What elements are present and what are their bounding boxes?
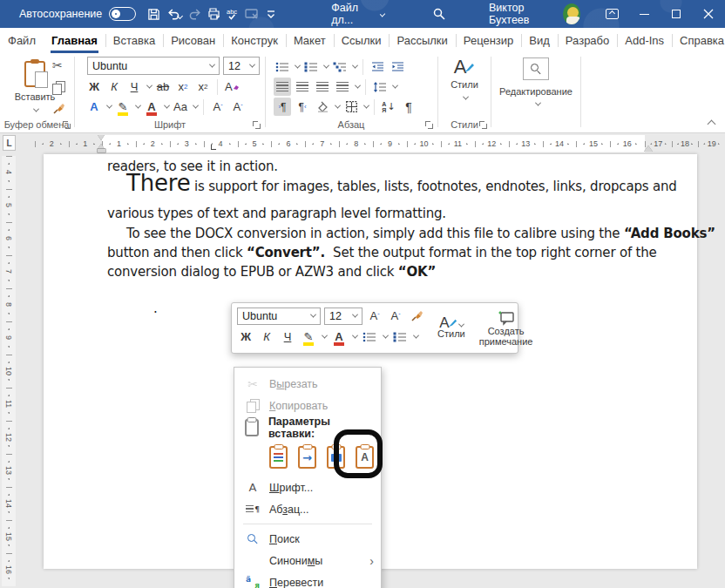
tab-help[interactable]: Справка [672,28,725,53]
mini-font-color-dropdown-icon[interactable] [352,333,358,339]
sort-button[interactable]: АЯ↓ [380,98,397,116]
text-effects-button[interactable]: А [85,98,103,116]
align-center-button[interactable] [294,78,311,96]
justify-dropdown-icon[interactable] [355,83,361,89]
mini-numbered-list-button[interactable] [391,328,409,346]
mini-styles-button[interactable]: СтилиА Стили [432,303,471,353]
autosave-toggle[interactable] [109,7,136,21]
decrease-indent-button[interactable] [369,57,386,76]
tab-review[interactable]: Рецензир [456,28,522,53]
tab-addins[interactable]: Add-Ins [617,28,672,53]
ribbon-display-options-button[interactable] [596,0,628,28]
paste-button[interactable]: Вставить [12,57,58,115]
quick-print-button[interactable] [205,0,224,28]
clipboard-dialog-launcher[interactable] [62,120,71,129]
tab-view[interactable]: Вид [521,28,558,53]
italic-button[interactable]: К [105,78,123,96]
grow-font-button[interactable]: Аˆ [209,98,227,116]
tab-selector-button[interactable]: L [3,135,16,151]
document-title[interactable]: Файл дл... [331,2,384,26]
highlight-dropdown-icon[interactable] [135,103,141,109]
tab-draw[interactable]: Рисован [163,28,223,53]
paste-keep-source-formatting-button[interactable] [269,446,288,469]
strikethrough-button[interactable]: ab [154,78,172,96]
tab-insert[interactable]: Вставка [105,28,163,53]
change-case-dropdown-icon[interactable] [193,103,199,109]
rtl-paragraph-button[interactable]: ¶‹ [294,98,311,116]
mini-highlight-button[interactable]: ✎ [300,328,317,346]
mini-bold-button[interactable]: Ж [237,328,254,346]
tab-mailings[interactable]: Рассылки [389,28,455,53]
multilevel-list-button[interactable] [331,57,349,76]
editing-dropdown-icon[interactable] [535,100,541,106]
mini-font-color-button[interactable]: А [330,328,348,346]
numbered-dropdown-icon[interactable] [323,63,329,69]
vertical-ruler[interactable]: 45678910111213141516 [2,156,16,586]
tab-stop-marker[interactable] [211,145,216,150]
tab-design[interactable]: Конструк [223,28,286,53]
bullet-list-button[interactable] [274,57,291,76]
mini-font-name-combobox[interactable]: Ubuntu [237,308,321,325]
collapse-ribbon-icon[interactable] [708,120,716,129]
close-button[interactable] [693,0,725,28]
customize-qat-button[interactable] [261,0,281,28]
highlight-color-button[interactable]: ✎ [114,98,132,116]
editing-search-button[interactable] [523,57,549,80]
spelling-grammar-button[interactable]: abc [224,0,243,28]
bold-button[interactable]: Ж [85,78,103,96]
mini-underline-button[interactable]: Ч [279,328,296,346]
borders-button[interactable] [342,98,360,116]
subscript-button[interactable]: x2 [174,78,192,96]
tab-file[interactable]: Файл [0,28,44,53]
ltr-paragraph-button[interactable]: ›¶ [274,98,291,116]
show-paragraph-marks-button[interactable]: ¶ [400,98,417,116]
underline-button[interactable]: Ч [125,78,143,96]
superscript-button[interactable]: x2 [194,78,212,96]
shrink-font-button[interactable]: Аˇ [229,98,247,116]
align-right-button[interactable] [314,78,331,96]
mini-format-painter-button[interactable] [408,307,425,325]
justify-button[interactable] [334,78,351,96]
font-size-combobox[interactable]: 12 [223,57,260,75]
minimize-button[interactable] [628,0,661,28]
font-color-dropdown-icon[interactable] [164,103,170,109]
numbered-list-button[interactable] [302,57,320,76]
mini-bullet-dropdown-icon[interactable] [383,333,389,339]
indent-marker[interactable] [97,135,106,152]
menu-item-synonyms[interactable]: Синонимы › [234,550,381,571]
cut-button[interactable]: ✂ [52,58,63,72]
mini-numbered-dropdown-icon[interactable] [413,333,419,339]
tab-developer[interactable]: Разрабо [558,28,617,53]
underline-dropdown-icon[interactable] [146,83,152,89]
change-case-button[interactable]: Аа [172,98,189,116]
menu-item-cut[interactable]: ✂ Вырезать [234,373,381,395]
line-spacing-button[interactable] [371,78,389,96]
tab-references[interactable]: Ссылки [334,28,390,53]
tab-layout[interactable]: Макет [286,28,334,53]
clear-formatting-button[interactable]: А [223,78,241,96]
mini-font-size-combobox[interactable]: 12 [324,308,362,325]
mini-shrink-font-button[interactable]: Аˇ [387,307,404,325]
search-button[interactable] [430,0,449,28]
paragraph-dialog-launcher[interactable] [424,120,433,129]
font-name-combobox[interactable]: Ubuntu [87,57,220,75]
mini-bullet-list-button[interactable] [361,328,378,346]
menu-item-translate[interactable]: ӓя Перевести [234,571,381,588]
save-button[interactable] [145,0,164,28]
styles-button[interactable]: А Стили [439,57,490,103]
increase-indent-button[interactable] [389,57,406,76]
menu-item-copy[interactable]: Копировать [234,395,381,416]
redo-button[interactable] [186,0,205,28]
font-dialog-launcher[interactable] [252,120,261,129]
menu-item-search[interactable]: Поиск [234,528,381,550]
share-screen-icon[interactable] [242,0,261,28]
line-spacing-dropdown-icon[interactable] [392,83,398,89]
mini-grow-font-button[interactable]: Аˆ [366,307,383,325]
multilevel-dropdown-icon[interactable] [352,63,358,69]
shading-button[interactable] [314,98,331,116]
align-left-button[interactable] [274,78,291,96]
account-button[interactable]: Виктор Бухтеев [489,2,580,26]
shading-dropdown-icon[interactable] [335,103,341,109]
undo-dropdown[interactable] [178,8,182,21]
maximize-button[interactable] [661,0,693,28]
